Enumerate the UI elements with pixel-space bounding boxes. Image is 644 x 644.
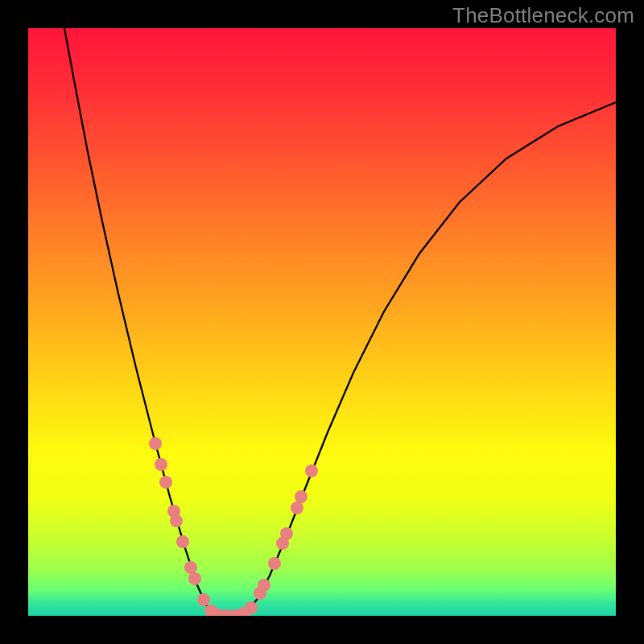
data-point xyxy=(268,557,281,570)
data-points-group xyxy=(149,437,318,616)
data-point xyxy=(295,490,308,503)
data-point xyxy=(197,593,210,606)
data-point xyxy=(176,535,189,548)
data-point xyxy=(155,458,167,471)
data-point xyxy=(245,601,258,614)
data-point xyxy=(280,527,293,540)
watermark-text: TheBottleneck.com xyxy=(452,3,634,28)
data-point xyxy=(184,561,197,574)
data-point xyxy=(291,502,303,514)
plot-area xyxy=(28,28,616,616)
data-point xyxy=(305,464,318,477)
curve-layer xyxy=(28,28,616,616)
bottleneck-curve xyxy=(64,28,616,615)
data-point xyxy=(159,476,172,489)
data-point xyxy=(170,514,183,527)
chart-container: TheBottleneck.com xyxy=(0,0,644,644)
data-point xyxy=(188,572,201,585)
data-point xyxy=(149,437,162,450)
data-point xyxy=(258,579,270,592)
